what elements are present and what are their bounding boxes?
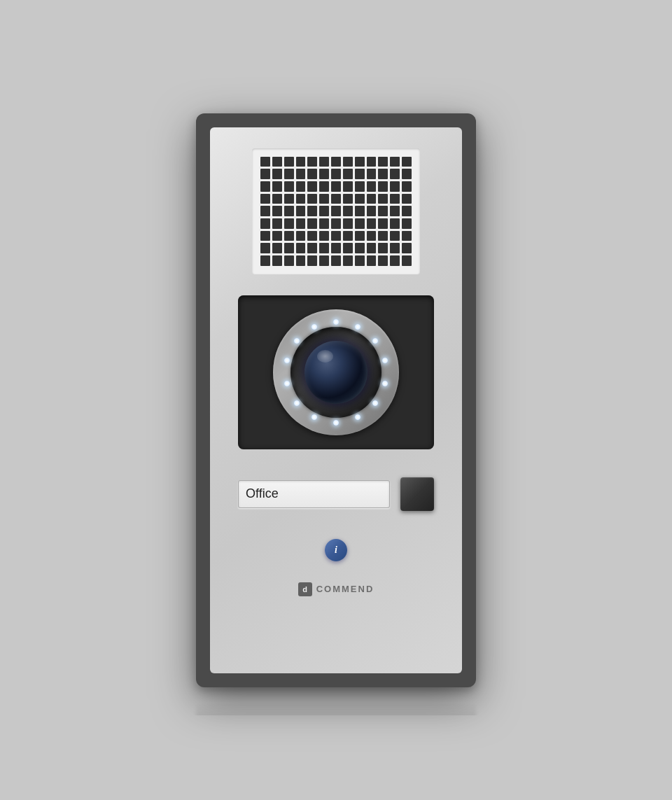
- speaker-hole: [367, 231, 377, 241]
- speaker-hole: [367, 169, 377, 179]
- speaker-hole: [307, 194, 317, 204]
- speaker-hole: [331, 181, 341, 192]
- speaker-hole: [296, 206, 306, 216]
- speaker-hole: [343, 169, 353, 179]
- speaker-hole: [402, 169, 412, 179]
- call-button[interactable]: [400, 477, 434, 511]
- speaker-hole: [260, 181, 270, 192]
- speaker-hole: [284, 218, 294, 229]
- speaker-hole: [284, 194, 294, 204]
- speaker-hole: [319, 181, 329, 192]
- led-dot: [294, 400, 300, 406]
- speaker-hole: [260, 243, 270, 253]
- speaker-hole: [260, 157, 270, 167]
- speaker-hole: [402, 218, 412, 229]
- speaker-hole: [367, 243, 377, 253]
- camera-lens: [304, 341, 368, 404]
- led-dot: [294, 338, 300, 344]
- speaker-hole: [284, 181, 294, 192]
- speaker-hole: [343, 218, 353, 229]
- speaker-hole: [284, 231, 294, 241]
- brand-logo: d COMMEND: [298, 582, 374, 596]
- speaker-hole: [307, 231, 317, 241]
- info-button[interactable]: [325, 539, 347, 561]
- speaker-hole: [378, 255, 388, 266]
- speaker-hole: [296, 194, 306, 204]
- speaker-hole: [284, 255, 294, 266]
- speaker-hole: [272, 169, 282, 179]
- speaker-hole: [260, 206, 270, 216]
- speaker-hole: [260, 255, 270, 266]
- brand-icon: d: [298, 582, 312, 596]
- speaker-hole: [331, 194, 341, 204]
- speaker-hole: [307, 206, 317, 216]
- speaker-hole: [355, 231, 365, 241]
- speaker-hole: [390, 169, 400, 179]
- led-dot: [382, 358, 388, 363]
- speaker-hole: [307, 243, 317, 253]
- speaker-hole: [319, 231, 329, 241]
- speaker-hole: [390, 231, 400, 241]
- speaker-grille: [252, 148, 420, 274]
- name-plate: Office: [238, 480, 390, 508]
- speaker-hole: [355, 157, 365, 167]
- speaker-hole: [402, 231, 412, 241]
- speaker-hole: [307, 169, 317, 179]
- device-wrapper: Office d COMMEND: [168, 85, 504, 715]
- speaker-hole: [355, 218, 365, 229]
- speaker-hole: [319, 157, 329, 167]
- speaker-hole: [355, 255, 365, 266]
- speaker-hole: [390, 218, 400, 229]
- speaker-hole: [319, 255, 329, 266]
- speaker-hole: [331, 169, 341, 179]
- controls-row: Office: [238, 477, 434, 511]
- camera-section: [238, 295, 434, 449]
- speaker-hole: [307, 255, 317, 266]
- speaker-hole: [355, 181, 365, 192]
- led-dot: [372, 338, 378, 344]
- speaker-hole: [378, 194, 388, 204]
- speaker-hole: [331, 231, 341, 241]
- speaker-hole: [272, 218, 282, 229]
- speaker-hole: [355, 194, 365, 204]
- reflection: [196, 703, 476, 715]
- speaker-hole: [367, 181, 377, 192]
- speaker-hole: [343, 255, 353, 266]
- speaker-hole: [296, 169, 306, 179]
- inner-panel: Office d COMMEND: [210, 127, 462, 673]
- speaker-hole: [343, 181, 353, 192]
- speaker-hole: [378, 169, 388, 179]
- speaker-hole: [367, 255, 377, 266]
- speaker-hole: [402, 181, 412, 192]
- speaker-hole: [390, 206, 400, 216]
- speaker-hole: [378, 206, 388, 216]
- speaker-hole: [272, 243, 282, 253]
- speaker-hole: [402, 206, 412, 216]
- speaker-hole: [343, 231, 353, 241]
- led-dot: [333, 420, 339, 426]
- speaker-hole: [355, 243, 365, 253]
- speaker-hole: [378, 231, 388, 241]
- speaker-hole: [284, 169, 294, 179]
- led-dot: [372, 400, 378, 406]
- led-dot: [355, 324, 360, 330]
- speaker-hole: [284, 243, 294, 253]
- speaker-hole: [331, 218, 341, 229]
- speaker-hole: [402, 194, 412, 204]
- led-dot: [284, 358, 290, 363]
- speaker-hole: [390, 243, 400, 253]
- speaker-hole: [343, 206, 353, 216]
- speaker-hole: [402, 157, 412, 167]
- led-dot: [382, 381, 388, 386]
- speaker-hole: [343, 243, 353, 253]
- speaker-hole: [378, 218, 388, 229]
- speaker-hole: [367, 194, 377, 204]
- speaker-hole: [331, 255, 341, 266]
- speaker-hole: [307, 181, 317, 192]
- speaker-hole: [331, 157, 341, 167]
- camera-outer-ring: [273, 309, 399, 435]
- outer-frame: Office d COMMEND: [196, 113, 476, 687]
- speaker-hole: [331, 243, 341, 253]
- name-plate-text: Office: [246, 486, 279, 501]
- speaker-hole: [402, 243, 412, 253]
